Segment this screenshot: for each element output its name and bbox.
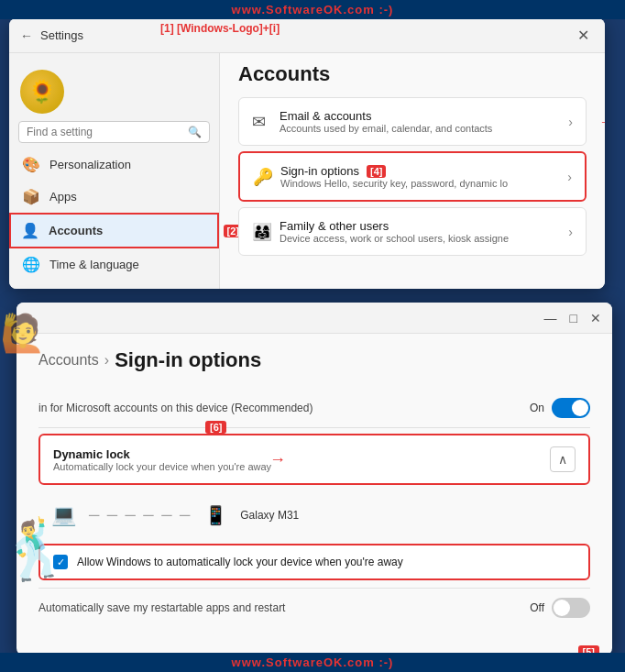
family-users-item[interactable]: 👨‍👩‍👧 Family & other users Device access… xyxy=(238,207,587,256)
search-box[interactable]: 🔍 xyxy=(18,121,210,143)
email-item-arrow: › xyxy=(568,115,573,129)
apps-icon: 📦 xyxy=(22,188,40,205)
sidebar-item-accounts[interactable]: 👤 Accounts [2] xyxy=(9,213,219,248)
dynamic-lock-desc: Automatically lock your device when you'… xyxy=(53,461,550,472)
signin-item-desc: Windows Hello, security key, password, d… xyxy=(280,178,567,189)
family-item-text: Family & other users Device access, work… xyxy=(280,219,568,244)
search-icon: 🔍 xyxy=(188,126,202,138)
window-body: 🌻 🔍 🎨 Personalization 📦 Apps 👤 Accounts … xyxy=(9,53,605,289)
auto-save-text: Automatically save my restartable apps a… xyxy=(38,601,530,614)
annotation-4-inline: [4] xyxy=(367,165,386,178)
maximize-button[interactable]: □ xyxy=(570,311,577,325)
email-icon: ✉ xyxy=(252,112,280,132)
family-item-desc: Device access, work or school users, kio… xyxy=(280,233,568,244)
breadcrumb-accounts[interactable]: Accounts xyxy=(38,352,99,369)
close-button-2[interactable]: ✕ xyxy=(590,311,601,325)
time-icon: 🌐 xyxy=(22,256,40,273)
toggle-label: On xyxy=(530,402,544,414)
main-content: Accounts ✉ Email & accounts Accounts use… xyxy=(220,53,605,289)
sidebar-item-label: Apps xyxy=(49,190,77,204)
dynamic-lock-title: Dynamic lock xyxy=(53,447,550,461)
sidebar-item-personalization[interactable]: 🎨 Personalization xyxy=(9,149,219,181)
sidebar-item-apps[interactable]: 📦 Apps xyxy=(9,181,219,213)
breadcrumb-separator: › xyxy=(104,352,109,369)
device-line: ─ ─ ─ ─ ─ ─ xyxy=(89,507,192,523)
microsoft-accounts-toggle-row: in for Microsoft accounts on this device… xyxy=(38,389,590,428)
signin-item-title: Sign-in options xyxy=(280,164,359,178)
allow-lock-checkbox-row: ✓ Allow Windows to automatically lock yo… xyxy=(38,544,590,580)
signin-item-text: Sign-in options [4] Windows Hello, secur… xyxy=(280,164,567,189)
main-title: Accounts xyxy=(238,62,587,86)
annotation-6: [6] xyxy=(205,421,226,434)
email-item-title: Email & accounts xyxy=(280,109,568,123)
back-button[interactable]: ← xyxy=(20,28,33,43)
titlebar: ← Settings ✕ xyxy=(9,18,605,53)
allow-lock-checkbox[interactable]: ✓ xyxy=(53,555,68,569)
annotation-6-arrow: → xyxy=(269,450,286,469)
annotation-1-label: [1] [Windows-Logo]+[i] xyxy=(160,22,280,35)
family-item-title: Family & other users xyxy=(280,219,568,233)
phone-icon: 📱 xyxy=(204,504,227,526)
titlebar2: — □ ✕ xyxy=(16,303,612,334)
breadcrumb-current: Sign-in options xyxy=(115,348,261,372)
expand-button[interactable]: ∧ xyxy=(550,446,576,472)
accounts-icon: 👤 xyxy=(21,222,39,239)
sidebar-item-label: Accounts xyxy=(49,224,103,237)
annotation-3-arrow: → xyxy=(598,112,605,131)
allow-lock-label: Allow Windows to automatically lock your… xyxy=(77,556,403,568)
watermark-bottom: www.SoftwareOK.com :-) xyxy=(0,653,625,672)
minimize-button[interactable]: — xyxy=(544,311,557,325)
auto-save-row: Automatically save my restartable apps a… xyxy=(38,588,590,627)
bottom-body: Accounts › Sign-in options in for Micros… xyxy=(16,334,612,642)
checkmark-icon: ✓ xyxy=(57,556,65,568)
sidebar-item-time[interactable]: 🌐 Time & language xyxy=(9,248,219,281)
email-item-text: Email & accounts Accounts used by email,… xyxy=(280,109,568,134)
close-button[interactable]: ✕ xyxy=(572,27,594,44)
titlebar-text: Settings xyxy=(40,28,572,42)
signin-item-arrow: › xyxy=(567,170,572,184)
breadcrumb: Accounts › Sign-in options xyxy=(38,348,590,372)
email-item-desc: Accounts used by email, calendar, and co… xyxy=(280,123,568,134)
toggle-row-text: in for Microsoft accounts on this device… xyxy=(38,402,530,414)
auto-save-toggle[interactable] xyxy=(552,598,590,618)
laptop-icon: 💻 xyxy=(51,503,76,527)
settings-window-top: ← Settings ✕ 🌻 🔍 🎨 Personalization 📦 App… xyxy=(9,18,605,289)
signin-icon: 🔑 xyxy=(253,167,280,187)
sidebar-item-label: Personalization xyxy=(49,158,131,171)
sidebar-item-label: Time & language xyxy=(49,258,139,271)
sidebar: 🌻 🔍 🎨 Personalization 📦 Apps 👤 Accounts … xyxy=(9,53,220,289)
microsoft-toggle[interactable] xyxy=(552,398,590,418)
email-accounts-item[interactable]: ✉ Email & accounts Accounts used by emai… xyxy=(238,97,587,146)
signin-options-item[interactable]: 🔑 Sign-in options [4] Windows Hello, sec… xyxy=(238,151,587,202)
settings-window-bottom: — □ ✕ Accounts › Sign-in options in for … xyxy=(16,303,612,655)
device-name: Galaxy M31 xyxy=(240,509,299,522)
search-input[interactable] xyxy=(27,126,188,138)
personalization-icon: 🎨 xyxy=(22,156,40,173)
dynamic-lock-header[interactable]: Dynamic lock Automatically lock your dev… xyxy=(38,434,590,485)
family-item-arrow: › xyxy=(568,225,573,239)
device-row: 💻 ─ ─ ─ ─ ─ ─ 📱 Galaxy M31 xyxy=(38,494,590,536)
auto-save-toggle-label: Off xyxy=(530,601,544,614)
dynamic-lock-text: Dynamic lock Automatically lock your dev… xyxy=(53,447,550,472)
family-icon: 👨‍👩‍👧 xyxy=(252,222,280,242)
avatar: 🌻 xyxy=(20,70,64,114)
watermark-top: www.SoftwareOK.com :-) xyxy=(0,0,625,19)
